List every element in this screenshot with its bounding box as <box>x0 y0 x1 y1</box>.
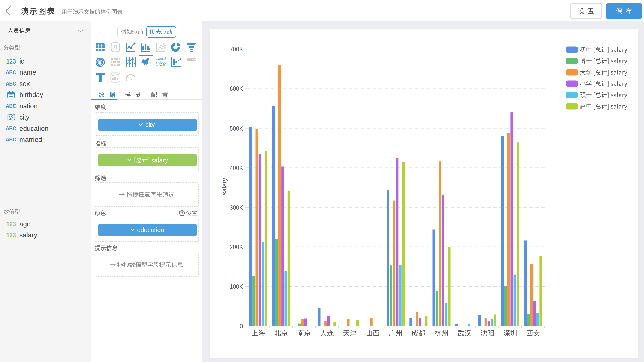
svg-text:8: 8 <box>114 44 117 51</box>
svg-text:agile Bi: agile Bi <box>156 64 164 67</box>
svg-text:agile: agile <box>164 57 166 60</box>
svg-text:cloud: cloud <box>158 61 166 64</box>
svg-text:BI: BI <box>156 62 157 64</box>
